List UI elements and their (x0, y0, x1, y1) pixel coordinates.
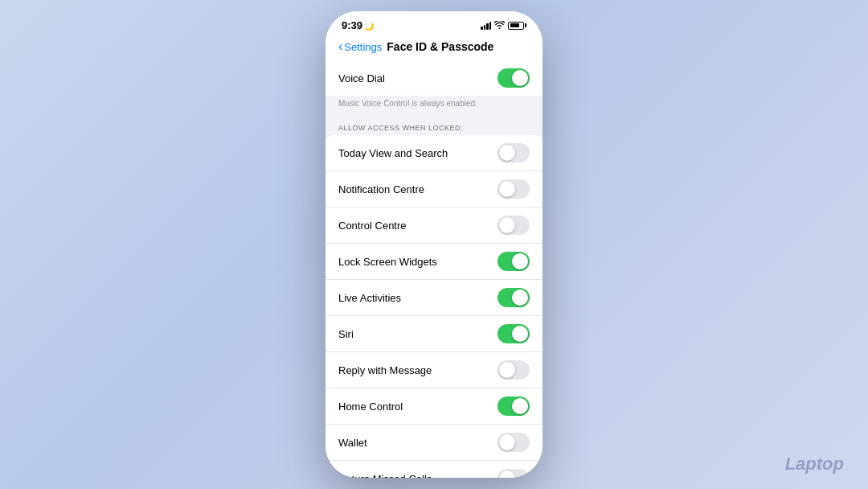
back-label: Settings (344, 41, 382, 53)
settings-content[interactable]: Voice Dial Music Voice Control is always… (326, 60, 542, 478)
voice-dial-row[interactable]: Voice Dial (326, 60, 542, 96)
voice-dial-section: Voice Dial (326, 60, 542, 96)
control-centre-toggle[interactable] (497, 216, 530, 235)
control-centre-label: Control Centre (338, 220, 407, 232)
siri-toggle[interactable] (497, 324, 530, 343)
siri-row[interactable]: Siri (326, 316, 542, 352)
signal-icon (481, 22, 491, 30)
back-button[interactable]: ‹ Settings (338, 39, 382, 54)
reply-with-message-row[interactable]: Reply with Message (326, 352, 542, 388)
notification-centre-row[interactable]: Notification Centre (326, 171, 542, 208)
status-bar: 9:39🌙 (326, 11, 542, 36)
home-control-toggle[interactable] (497, 397, 530, 416)
lock-screen-widgets-row[interactable]: Lock Screen Widgets (326, 244, 542, 280)
live-activities-row[interactable]: Live Activities (326, 280, 542, 316)
notification-centre-label: Notification Centre (338, 183, 424, 195)
battery-icon (508, 22, 526, 30)
lock-screen-widgets-toggle[interactable] (497, 252, 530, 271)
wallet-label: Wallet (338, 437, 367, 449)
status-time: 9:39🌙 (342, 19, 374, 31)
return-missed-calls-toggle[interactable] (497, 469, 530, 478)
allow-access-group: Today View and Search Notification Centr… (326, 135, 542, 478)
today-view-toggle[interactable] (497, 143, 530, 162)
voice-dial-toggle[interactable] (497, 68, 530, 88)
notification-centre-toggle[interactable] (497, 179, 530, 199)
wifi-icon (494, 21, 505, 31)
return-missed-calls-label: Return Missed Calls (338, 473, 432, 479)
today-view-row[interactable]: Today View and Search (326, 135, 542, 171)
back-chevron-icon: ‹ (338, 39, 342, 54)
live-activities-toggle[interactable] (497, 288, 530, 307)
wallet-row[interactable]: Wallet (326, 425, 542, 461)
live-activities-label: Live Activities (338, 292, 401, 304)
home-control-label: Home Control (338, 401, 403, 413)
return-missed-calls-row[interactable]: Return Missed Calls (326, 461, 542, 478)
page-title: Face ID & Passcode (387, 40, 493, 53)
today-view-label: Today View and Search (338, 147, 448, 159)
control-centre-row[interactable]: Control Centre (326, 208, 542, 244)
phone-frame: 9:39🌙 (326, 11, 542, 478)
watermark: Laptop (785, 454, 844, 475)
lock-screen-widgets-label: Lock Screen Widgets (338, 256, 437, 268)
status-icons (481, 21, 526, 31)
voice-dial-label: Voice Dial (338, 72, 385, 84)
voice-dial-note: Music Voice Control is always enabled. (326, 96, 542, 114)
reply-with-message-toggle[interactable] (497, 360, 530, 380)
moon-icon: 🌙 (364, 22, 374, 31)
allow-access-header: ALLOW ACCESS WHEN LOCKED: (326, 114, 542, 135)
reply-with-message-label: Reply with Message (338, 364, 432, 376)
siri-label: Siri (338, 328, 354, 340)
nav-bar: ‹ Settings Face ID & Passcode (326, 36, 542, 60)
home-control-row[interactable]: Home Control (326, 388, 542, 425)
wallet-toggle[interactable] (497, 433, 530, 452)
